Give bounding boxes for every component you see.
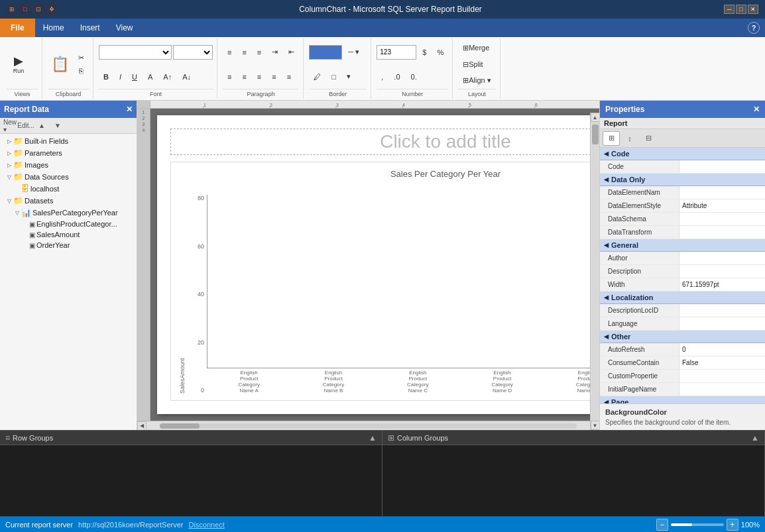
props-section-other[interactable]: ◀ Other (600, 331, 765, 343)
props-input-initial-page-name[interactable] (682, 386, 765, 393)
tree-item-order-year[interactable]: ▣ OrderYear (0, 240, 137, 250)
bold-button[interactable]: B (99, 71, 113, 83)
props-section-page[interactable]: ◀ Page (600, 396, 765, 403)
props-section-data-only[interactable]: ◀ Data Only (600, 174, 765, 186)
align-button[interactable]: ⊞ Align ▾ (458, 74, 496, 87)
paste-button[interactable]: 📋 (48, 54, 72, 75)
font-size-dropdown[interactable] (173, 45, 213, 60)
row-groups-content[interactable] (0, 445, 382, 516)
props-value-data-transform[interactable] (679, 226, 765, 239)
file-menu[interactable]: File (0, 19, 35, 37)
props-input-code[interactable] (682, 163, 765, 170)
tree-item-built-in-fields[interactable]: ▷ 📁 Built-in Fields (0, 135, 137, 147)
new-button[interactable]: New ▾ (3, 119, 17, 133)
report-data-close-icon[interactable]: ✕ (126, 105, 133, 114)
align-left-button[interactable]: ≡ (223, 46, 236, 58)
props-value-code[interactable] (679, 160, 765, 173)
props-section-code[interactable]: ◀ Code (600, 148, 765, 160)
indent-button[interactable]: ⇥ (267, 46, 282, 58)
props-tab-grid[interactable]: ⊞ (603, 131, 620, 146)
list-button5[interactable]: ≡ (282, 71, 296, 83)
column-groups-content[interactable] (382, 445, 764, 516)
props-value-custom-properties[interactable] (679, 370, 765, 382)
merge-button[interactable]: ⊞ Merge (458, 42, 494, 54)
comma-button[interactable]: , (377, 71, 388, 83)
list-button4[interactable]: ≡ (267, 71, 280, 83)
props-input-language[interactable] (682, 320, 765, 327)
zoom-slider[interactable] (671, 523, 724, 526)
props-input-desc-loc-id[interactable] (682, 307, 765, 314)
tree-item-sales-amount[interactable]: ▣ SalesAmount (0, 229, 137, 240)
run-button[interactable]: ▶ Run (7, 53, 30, 76)
border-all-button[interactable]: □ (327, 71, 341, 83)
scroll-up-button[interactable]: ▲ (591, 113, 600, 122)
font-increase-button[interactable]: A↑ (158, 71, 176, 83)
row-groups-expand-button[interactable]: ▲ (369, 433, 377, 443)
font-color-button[interactable]: A (143, 71, 157, 83)
scroll-track-v[interactable] (591, 122, 599, 421)
props-input-data-transform[interactable] (682, 229, 765, 236)
list-button1[interactable]: ≡ (223, 71, 236, 83)
maximize-button[interactable]: □ (736, 5, 746, 14)
border-color-display[interactable] (309, 45, 342, 60)
column-groups-expand-button[interactable]: ▲ (751, 433, 759, 443)
italic-button[interactable]: I (115, 71, 126, 83)
insert-menu[interactable]: Insert (72, 19, 108, 37)
minimize-button[interactable]: ─ (724, 5, 735, 14)
props-value-data-schema[interactable] (679, 213, 765, 225)
props-input-data-element-nam[interactable] (682, 189, 765, 196)
list-button3[interactable]: ≡ (253, 71, 266, 83)
tree-item-localhost[interactable]: 🗄 localhost (0, 183, 137, 195)
view-menu[interactable]: View (108, 19, 141, 37)
props-value-author[interactable] (679, 252, 765, 264)
chart-area[interactable]: Sales Per Category Per Year 2012 2013 (170, 162, 599, 401)
vertical-scrollbar[interactable]: ▲ ▼ (590, 113, 599, 430)
zoom-plus-button[interactable]: + (727, 519, 738, 531)
percent-button[interactable]: % (432, 46, 448, 58)
close-button[interactable]: ✕ (748, 5, 758, 14)
tree-item-data-sources[interactable]: ▽ 📁 Data Sources (0, 171, 137, 183)
font-decrease-button[interactable]: A↓ (178, 71, 196, 83)
tree-item-sales-dataset[interactable]: ▽ 📊 SalesPerCategoryPerYear (0, 207, 137, 219)
outdent-button[interactable]: ⇤ (284, 46, 299, 58)
copy-button[interactable]: ⎘ (74, 65, 89, 77)
disconnect-link[interactable]: Disconnect (188, 521, 224, 529)
help-button[interactable]: ? (748, 22, 760, 34)
edit-button[interactable]: Edit... (19, 119, 33, 133)
number-format-display[interactable]: 123 (377, 45, 416, 60)
border-width-dropdown[interactable]: ▾ (342, 70, 355, 83)
align-right-button[interactable]: ≡ (253, 46, 266, 58)
props-section-localization[interactable]: ◀ Localization (600, 292, 765, 304)
scroll-thumb-h[interactable] (160, 423, 200, 429)
font-family-dropdown[interactable] (99, 45, 172, 60)
cut-button[interactable]: ✂ (74, 52, 89, 64)
highlight-color-button[interactable]: 🖊 (309, 71, 325, 83)
scroll-thumb-v[interactable] (592, 125, 599, 144)
home-menu[interactable]: Home (35, 19, 72, 37)
props-input-data-schema[interactable] (682, 215, 765, 223)
tree-item-parameters[interactable]: ▷ 📁 Parameters (0, 147, 137, 159)
props-input-custom-properties[interactable] (682, 372, 765, 380)
props-tab-filter[interactable]: ⊟ (640, 131, 657, 146)
move-up-button[interactable]: ▲ (34, 119, 49, 133)
split-button[interactable]: ⊟ Split (458, 58, 487, 71)
scroll-track-h[interactable] (160, 423, 577, 429)
tree-item-images[interactable]: ▷ 📁 Images (0, 159, 137, 171)
props-value-description[interactable] (679, 265, 765, 278)
title-placeholder[interactable]: Click to add title (170, 129, 599, 155)
scroll-left-button[interactable]: ◀ (137, 421, 147, 431)
props-value-desc-loc-id[interactable] (679, 304, 765, 317)
decrease-decimal-button[interactable]: 0. (406, 71, 422, 83)
horizontal-scrollbar[interactable]: ◀ ▶ (137, 421, 599, 430)
increase-decimal-button[interactable]: .0 (389, 71, 404, 83)
list-button2[interactable]: ≡ (237, 71, 251, 83)
canvas-scroll[interactable]: Click to add title Sales Per Category Pe… (150, 109, 599, 421)
props-tab-sort[interactable]: ↕ (621, 131, 638, 146)
props-value-data-element-nam[interactable] (679, 186, 765, 199)
underline-button[interactable]: U (127, 71, 142, 83)
props-value-initial-page-name[interactable] (679, 383, 765, 396)
window-controls[interactable]: ─ □ ✕ (724, 5, 758, 14)
properties-close-icon[interactable]: ✕ (753, 105, 760, 114)
currency-button[interactable]: $ (418, 46, 431, 58)
props-value-language[interactable] (679, 317, 765, 330)
